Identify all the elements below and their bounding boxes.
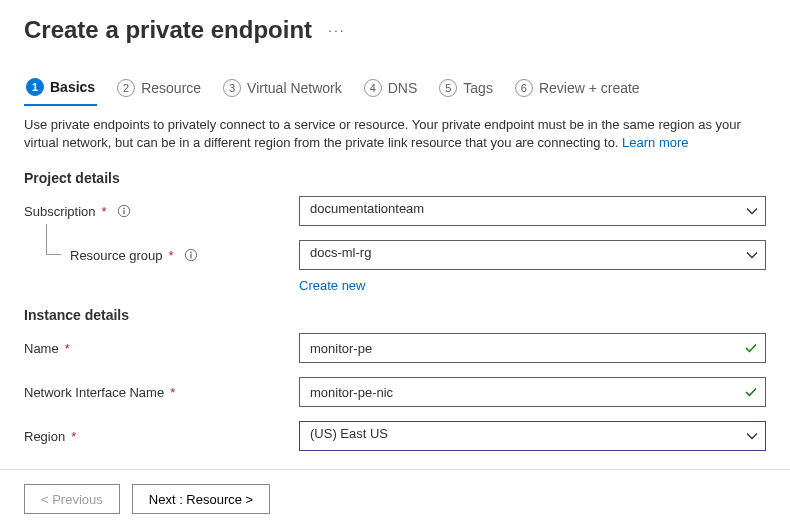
wizard-tabs: 1 Basics 2 Resource 3 Virtual Network 4 … xyxy=(24,72,766,106)
label-text: Name xyxy=(24,341,59,356)
label-text: Network Interface Name xyxy=(24,385,164,400)
label-nic-name: Network Interface Name * xyxy=(24,385,299,400)
tab-dns[interactable]: 4 DNS xyxy=(362,72,420,106)
info-icon[interactable] xyxy=(184,248,198,262)
resource-group-select[interactable]: docs-ml-rg xyxy=(299,240,766,270)
step-number-2: 2 xyxy=(117,79,135,97)
step-number-3: 3 xyxy=(223,79,241,97)
learn-more-link[interactable]: Learn more xyxy=(622,135,688,150)
tab-label: DNS xyxy=(388,80,418,96)
tab-virtual-network[interactable]: 3 Virtual Network xyxy=(221,72,344,106)
step-number-6: 6 xyxy=(515,79,533,97)
required-asterisk: * xyxy=(169,248,174,263)
svg-point-1 xyxy=(123,208,125,210)
step-number-5: 5 xyxy=(439,79,457,97)
tab-basics[interactable]: 1 Basics xyxy=(24,72,97,106)
label-subscription: Subscription * xyxy=(24,204,299,219)
more-options-icon[interactable]: ··· xyxy=(328,22,346,38)
subscription-select[interactable]: documentationteam xyxy=(299,196,766,226)
name-input[interactable] xyxy=(299,333,766,363)
tab-label: Tags xyxy=(463,80,493,96)
nic-name-input[interactable] xyxy=(299,377,766,407)
previous-button: < Previous xyxy=(24,484,120,514)
info-icon[interactable] xyxy=(117,204,131,218)
tab-tags[interactable]: 5 Tags xyxy=(437,72,495,106)
label-text: Subscription xyxy=(24,204,96,219)
tab-resource[interactable]: 2 Resource xyxy=(115,72,203,106)
section-project-details: Project details xyxy=(24,170,766,186)
tab-label: Virtual Network xyxy=(247,80,342,96)
next-button[interactable]: Next : Resource > xyxy=(132,484,270,514)
step-number-4: 4 xyxy=(364,79,382,97)
wizard-footer: < Previous Next : Resource > xyxy=(0,469,790,528)
tab-review-create[interactable]: 6 Review + create xyxy=(513,72,642,106)
label-region: Region * xyxy=(24,429,299,444)
label-text: Resource group xyxy=(70,248,163,263)
create-new-link[interactable]: Create new xyxy=(299,278,365,293)
label-resource-group: Resource group * xyxy=(24,248,299,263)
required-asterisk: * xyxy=(170,385,175,400)
svg-point-4 xyxy=(190,252,192,254)
label-name: Name * xyxy=(24,341,299,356)
svg-rect-2 xyxy=(123,210,124,214)
tab-label: Resource xyxy=(141,80,201,96)
tab-description: Use private endpoints to privately conne… xyxy=(24,116,766,152)
step-number-1: 1 xyxy=(26,78,44,96)
region-select[interactable]: (US) East US xyxy=(299,421,766,451)
required-asterisk: * xyxy=(65,341,70,356)
section-instance-details: Instance details xyxy=(24,307,766,323)
tab-label: Basics xyxy=(50,79,95,95)
page-title: Create a private endpoint xyxy=(24,16,312,44)
label-text: Region xyxy=(24,429,65,444)
tab-label: Review + create xyxy=(539,80,640,96)
required-asterisk: * xyxy=(71,429,76,444)
required-asterisk: * xyxy=(102,204,107,219)
svg-rect-5 xyxy=(190,254,191,258)
